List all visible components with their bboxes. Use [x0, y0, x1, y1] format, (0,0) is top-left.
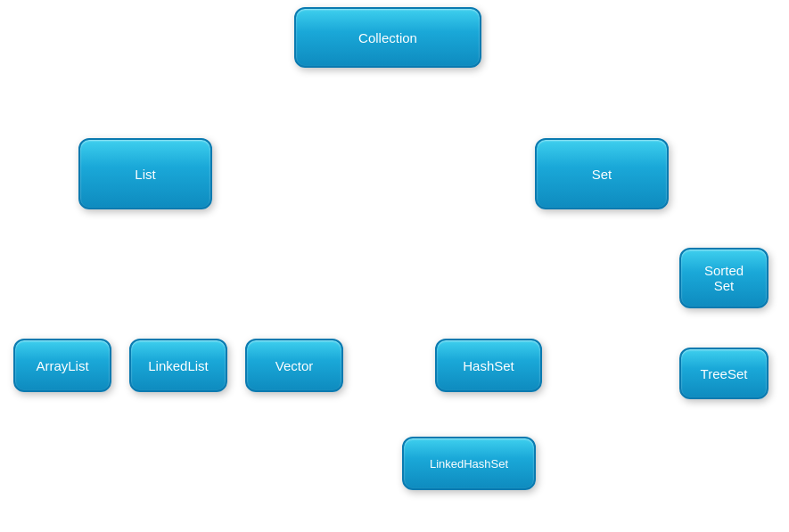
diagram-container: CollectionListSetArrayListLinkedListVect…	[0, 0, 789, 532]
node-arraylist: ArrayList	[13, 339, 111, 392]
node-hashset: HashSet	[435, 339, 542, 392]
node-linkedlist: LinkedList	[129, 339, 227, 392]
node-treeset: TreeSet	[679, 348, 768, 399]
arrows-svg	[0, 0, 789, 532]
node-linkedhashset: LinkedHashSet	[402, 437, 536, 490]
node-vector: Vector	[245, 339, 343, 392]
node-collection: Collection	[294, 7, 481, 68]
node-sortedset: Sorted Set	[679, 248, 768, 308]
node-set: Set	[535, 138, 669, 209]
node-list: List	[78, 138, 212, 209]
